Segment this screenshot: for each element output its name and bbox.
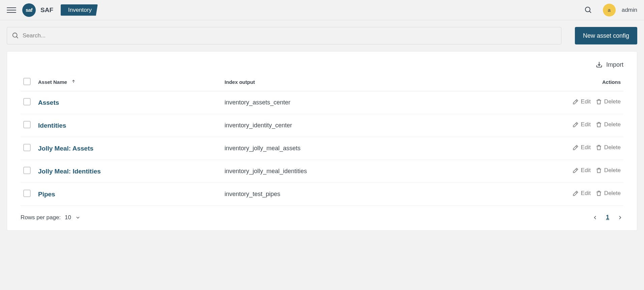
row-checkbox[interactable] <box>23 121 31 128</box>
search-icon <box>584 6 592 14</box>
col-actions: Actions <box>462 74 623 91</box>
edit-icon <box>572 167 579 174</box>
delete-button[interactable]: Delete <box>595 190 621 197</box>
asset-link[interactable]: Jolly Meal: Identities <box>38 168 101 175</box>
search-icon <box>12 32 19 39</box>
select-all-checkbox[interactable] <box>23 78 31 85</box>
svg-line-1 <box>589 11 591 13</box>
delete-icon <box>595 121 602 128</box>
import-label: Import <box>606 61 623 68</box>
username[interactable]: admin <box>622 7 637 13</box>
delete-icon <box>595 167 602 174</box>
asset-link[interactable]: Assets <box>38 99 59 106</box>
row-checkbox[interactable] <box>23 167 31 174</box>
page-number[interactable]: 1 <box>606 214 609 221</box>
edit-button[interactable]: Edit <box>572 144 591 151</box>
edit-button[interactable]: Edit <box>572 121 591 128</box>
chevron-down-icon <box>75 215 81 220</box>
asset-link[interactable]: Pipes <box>38 191 55 198</box>
avatar[interactable]: a <box>603 4 616 17</box>
edit-button[interactable]: Edit <box>572 98 591 105</box>
asset-table: Asset Name Index output Actions Assetsin… <box>21 74 623 206</box>
edit-label: Edit <box>581 190 591 197</box>
delete-label: Delete <box>604 98 621 105</box>
index-output: inventory_assets_center <box>222 91 462 114</box>
menu-button[interactable] <box>7 5 16 15</box>
app-name: SAF <box>40 6 53 14</box>
index-output: inventory_identity_center <box>222 114 462 137</box>
sort-arrow-up-icon <box>71 79 76 84</box>
asset-link[interactable]: Identities <box>38 122 66 129</box>
edit-icon <box>572 144 579 151</box>
row-checkbox[interactable] <box>23 190 31 197</box>
row-checkbox[interactable] <box>23 144 31 151</box>
import-button[interactable]: Import <box>595 61 623 68</box>
table-row: Assetsinventory_assets_centerEditDelete <box>21 91 623 114</box>
edit-icon <box>572 121 579 128</box>
search-input[interactable] <box>23 32 556 39</box>
next-page-button[interactable] <box>617 214 623 221</box>
svg-point-2 <box>13 33 17 37</box>
table-row: Identitiesinventory_identity_centerEditD… <box>21 114 623 137</box>
index-output: inventory_test_pipes <box>222 183 462 206</box>
topbar: saf SAF Inventory a admin <box>0 0 644 20</box>
edit-label: Edit <box>581 121 591 128</box>
asset-link[interactable]: Jolly Meal: Assets <box>38 145 93 152</box>
delete-button[interactable]: Delete <box>595 144 621 151</box>
delete-icon <box>595 98 602 105</box>
svg-line-3 <box>17 37 18 38</box>
pager: 1 <box>592 214 623 221</box>
avatar-initial: a <box>608 7 611 13</box>
edit-icon <box>572 98 579 105</box>
rows-per-page[interactable]: Rows per page: 10 <box>21 214 81 221</box>
row-checkbox[interactable] <box>23 98 31 105</box>
topbar-search-button[interactable] <box>584 6 593 14</box>
index-output: inventory_jolly_meal_identities <box>222 160 462 183</box>
search-box[interactable] <box>7 27 561 44</box>
table-row: Pipesinventory_test_pipesEditDelete <box>21 183 623 206</box>
delete-icon <box>595 190 602 197</box>
import-icon <box>595 61 603 68</box>
edit-button[interactable]: Edit <box>572 167 591 174</box>
app-logo-text: saf <box>26 7 32 13</box>
delete-label: Delete <box>604 144 621 151</box>
svg-point-0 <box>585 7 590 12</box>
edit-icon <box>572 190 579 197</box>
col-asset-name[interactable]: Asset Name <box>35 74 222 91</box>
edit-label: Edit <box>581 144 591 151</box>
nav-inventory[interactable]: Inventory <box>61 4 98 16</box>
chevron-left-icon <box>592 215 598 221</box>
edit-button[interactable]: Edit <box>572 190 591 197</box>
rows-per-page-label: Rows per page: <box>21 214 61 221</box>
prev-page-button[interactable] <box>592 214 598 221</box>
chevron-right-icon <box>617 215 623 221</box>
table-row: Jolly Meal: Assetsinventory_jolly_meal_a… <box>21 137 623 160</box>
delete-button[interactable]: Delete <box>595 98 621 105</box>
delete-label: Delete <box>604 167 621 174</box>
edit-label: Edit <box>581 98 591 105</box>
delete-label: Delete <box>604 121 621 128</box>
col-index-output[interactable]: Index output <box>222 74 462 91</box>
asset-card: Import Asset Name Index output Actio <box>7 51 637 231</box>
index-output: inventory_jolly_meal_assets <box>222 137 462 160</box>
edit-label: Edit <box>581 167 591 174</box>
app-logo: saf <box>22 3 36 17</box>
delete-label: Delete <box>604 190 621 197</box>
table-row: Jolly Meal: Identitiesinventory_jolly_me… <box>21 160 623 183</box>
delete-button[interactable]: Delete <box>595 121 621 128</box>
delete-icon <box>595 144 602 151</box>
rows-per-page-value: 10 <box>65 214 71 221</box>
delete-button[interactable]: Delete <box>595 167 621 174</box>
new-asset-config-button[interactable]: New asset config <box>575 27 637 44</box>
